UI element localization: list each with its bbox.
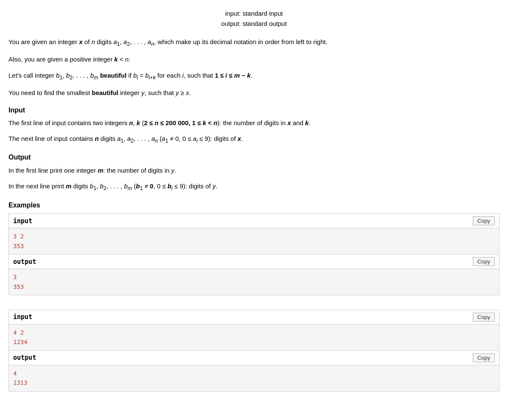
example-1-output-line2: 353 xyxy=(13,282,495,291)
problem-para1: You are given an integer x of n digits a… xyxy=(8,36,500,49)
example-2-input-label: input xyxy=(13,313,32,321)
problem-para3: Let's call integer b1, b2, . . . , bm be… xyxy=(8,70,500,82)
example-2-output-label: output xyxy=(13,354,36,361)
input-section-title: Input xyxy=(8,104,500,116)
example-2-output-line1: 4 xyxy=(13,369,495,378)
header-line2: output: standard output xyxy=(8,19,500,29)
example-2-output-header: output Copy xyxy=(9,351,499,365)
input-para1: The first line of input contains two int… xyxy=(8,118,500,129)
example-1-output-header: output Copy xyxy=(9,255,499,269)
example-1: input Copy 3 2 353 output Copy 3 353 xyxy=(8,213,500,295)
example-1-input-header: input Copy xyxy=(9,214,499,228)
example-2-input-content: 4 2 1234 xyxy=(9,325,499,350)
problem-para4: You need to find the smallest beautiful … xyxy=(8,87,500,98)
example-1-input-label: input xyxy=(13,217,32,225)
example-2-output-copy-button[interactable]: Copy xyxy=(473,353,495,362)
example-1-input-line1: 3 2 xyxy=(13,232,495,241)
example-2-output-line2: 1313 xyxy=(13,378,495,387)
example-1-input-content: 3 2 353 xyxy=(9,228,499,254)
input-para2: The next line of input contains n digits… xyxy=(8,133,500,146)
examples-title: Examples xyxy=(8,202,500,209)
problem-para2: Also, you are given a positive integer k… xyxy=(8,54,500,65)
example-1-output-line1: 3 xyxy=(13,272,495,282)
output-section-title: Output xyxy=(8,151,500,163)
output-para2: In the next line print m digits b1, b2, … xyxy=(8,181,500,193)
output-para1: In the first line print one integer m: t… xyxy=(8,165,500,176)
example-2-output-content: 4 1313 xyxy=(9,365,499,391)
example-1-output-label: output xyxy=(13,258,36,266)
example-1-input-line2: 353 xyxy=(13,241,495,251)
example-2-input-line1: 4 2 xyxy=(13,328,495,337)
example-2-input-copy-button[interactable]: Copy xyxy=(473,313,495,322)
example-2-input-header: input Copy xyxy=(9,310,499,325)
example-2-input-line2: 1234 xyxy=(13,337,495,347)
header-line1: input: standard input xyxy=(8,8,500,19)
example-1-output-copy-button[interactable]: Copy xyxy=(473,257,495,266)
example-2: input Copy 4 2 1234 output Copy 4 1313 xyxy=(8,310,500,392)
example-1-output-content: 3 353 xyxy=(9,269,499,295)
example-1-input-copy-button[interactable]: Copy xyxy=(473,216,495,225)
